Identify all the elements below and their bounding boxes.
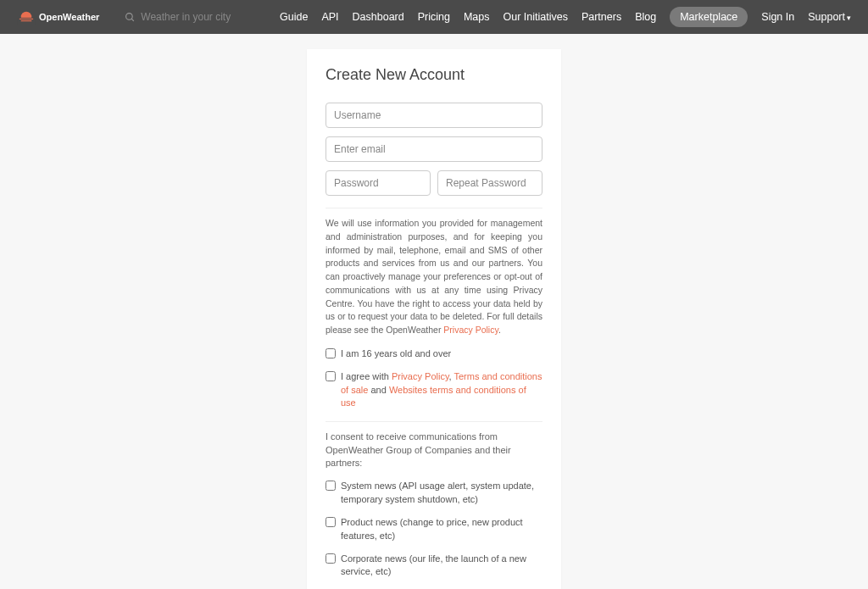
nav-signin[interactable]: Sign In — [761, 11, 794, 23]
age-label: I am 16 years old and over — [341, 347, 542, 360]
nav-blog[interactable]: Blog — [635, 11, 656, 23]
product-news-checkbox[interactable] — [326, 517, 336, 527]
email-field[interactable] — [326, 136, 542, 162]
age-checkbox[interactable] — [326, 348, 336, 358]
privacy-info-text: We will use information you provided for… — [326, 217, 542, 337]
svg-rect-2 — [19, 19, 33, 19]
consent-heading: I consent to receive communications from… — [326, 431, 542, 470]
system-news-checkbox[interactable] — [326, 481, 336, 491]
page-title: Create New Account — [326, 66, 542, 84]
product-news-label: Product news (change to price, new produ… — [341, 516, 542, 542]
nav-api[interactable]: API — [321, 11, 338, 23]
corporate-news-label: Corporate news (our life, the launch of … — [341, 553, 542, 579]
svg-rect-3 — [21, 20, 32, 21]
signup-card: Create New Account We will use informati… — [307, 49, 561, 589]
system-news-label: System news (API usage alert, system upd… — [341, 480, 542, 506]
divider-2 — [326, 421, 542, 422]
agree-checkbox[interactable] — [326, 371, 336, 381]
nav-dashboard[interactable]: Dashboard — [353, 11, 404, 23]
nav-guide[interactable]: Guide — [280, 11, 308, 23]
nav-partners[interactable]: Partners — [581, 11, 621, 23]
svg-point-4 — [126, 13, 133, 19]
search-wrap — [125, 11, 280, 23]
page-body: Create New Account We will use informati… — [0, 34, 868, 589]
topbar: OpenWeather Guide API Dashboard Pricing … — [0, 0, 868, 34]
main-nav: Guide API Dashboard Pricing Maps Our Ini… — [280, 7, 851, 27]
privacy-info-pre: We will use information you provided for… — [326, 218, 542, 335]
nav-our-initiatives[interactable]: Our Initiatives — [504, 11, 568, 23]
search-input[interactable] — [141, 11, 276, 23]
nav-maps[interactable]: Maps — [464, 11, 490, 23]
agree-sep2: and — [368, 385, 388, 395]
nav-support[interactable]: Support — [808, 11, 851, 23]
privacy-policy-link[interactable]: Privacy Policy — [443, 325, 498, 335]
search-icon — [125, 12, 136, 23]
openweather-logo-icon — [17, 9, 36, 25]
nav-pricing[interactable]: Pricing — [418, 11, 450, 23]
divider — [326, 208, 542, 208]
corporate-news-checkbox[interactable] — [326, 553, 336, 564]
agree-pre: I agree with — [341, 371, 392, 381]
username-field[interactable] — [326, 103, 542, 128]
agree-privacy-link[interactable]: Privacy Policy — [392, 371, 449, 381]
password-field[interactable] — [326, 170, 431, 196]
svg-line-5 — [131, 19, 134, 21]
repeat-password-field[interactable] — [437, 170, 542, 196]
agree-label: I agree with Privacy Policy, Terms and c… — [341, 370, 542, 409]
brand-logo[interactable]: OpenWeather — [17, 9, 99, 25]
nav-marketplace[interactable]: Marketplace — [670, 7, 748, 27]
privacy-info-post: . — [498, 325, 501, 335]
brand-name: OpenWeather — [39, 12, 99, 22]
